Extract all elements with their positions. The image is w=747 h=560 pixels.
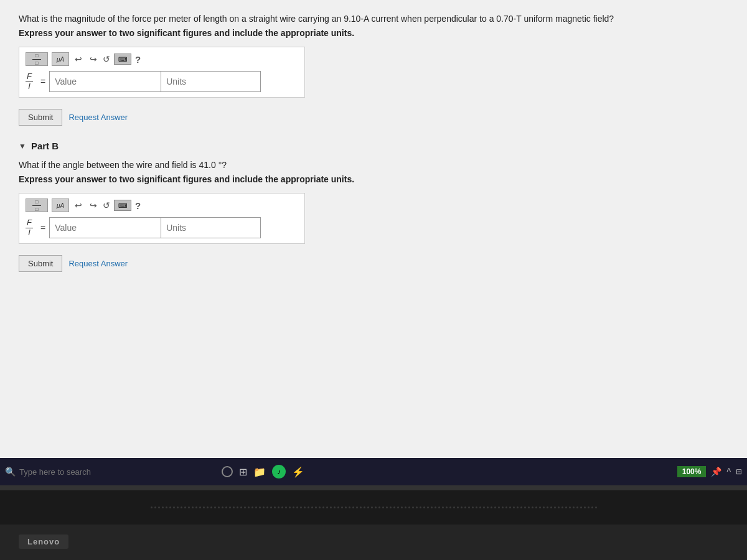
part-a-btn-row: Submit Request Answer <box>19 109 728 126</box>
laptop-bottom-bar <box>0 525 747 560</box>
speaker-area: (function() { const container = document… <box>0 490 747 525</box>
part-b-equals: = <box>40 223 45 233</box>
part-b-submit-button[interactable]: Submit <box>19 255 62 272</box>
search-bar: 🔍 <box>5 467 204 477</box>
start-button[interactable] <box>222 466 233 477</box>
laptop-bottom: (function() { const container = document… <box>0 485 747 560</box>
main-content: What is the magnitude of the force per m… <box>0 0 747 485</box>
undo-button[interactable]: ↩ <box>73 53 84 65</box>
zoom-percent-badge: 100% <box>677 466 707 477</box>
part-b-instruction: Express your answer to two significant f… <box>19 174 728 184</box>
part-b-question: What if the angle between the wire and f… <box>19 159 728 172</box>
part-b-answer-box: □ □ μA ↩ ↪ ↺ ⌨ ? F <box>19 193 305 244</box>
pin-icon[interactable]: 📌 <box>711 467 721 477</box>
part-a-submit-button[interactable]: Submit <box>19 109 62 126</box>
app-icon[interactable]: ⚡ <box>292 466 304 478</box>
part-b-label: Part B <box>31 141 59 151</box>
spotify-icon[interactable]: ♪ <box>272 465 286 478</box>
part-b-fraction-icon[interactable]: □ □ <box>26 198 48 212</box>
part-a-instruction: Express your answer to two significant f… <box>19 28 728 38</box>
redo-button[interactable]: ↪ <box>88 53 99 65</box>
taskview-icon[interactable]: ⊞ <box>239 466 247 478</box>
part-a-fraction-label: F l <box>26 72 33 91</box>
part-a-request-answer-link[interactable]: Request Answer <box>68 113 128 122</box>
part-b-undo-button[interactable]: ↩ <box>73 199 84 212</box>
chevron-up-icon[interactable]: ^ <box>726 467 731 477</box>
part-a-value-input[interactable] <box>49 71 161 92</box>
part-a-units-input[interactable] <box>161 71 261 92</box>
keyboard-button[interactable]: ⌨ <box>114 54 131 65</box>
part-b-section: ▼ Part B What if the angle between the w… <box>19 141 728 272</box>
search-icon: 🔍 <box>5 467 16 477</box>
part-b-value-input[interactable] <box>49 217 161 238</box>
part-b-keyboard-button[interactable]: ⌨ <box>114 200 131 211</box>
taskbar: 🔍 ⊞ 📁 ♪ ⚡ 100% 📌 ^ ⊟ <box>0 458 747 485</box>
ua-icon[interactable]: μA <box>52 52 69 66</box>
search-input[interactable] <box>19 467 144 477</box>
part-b-redo-button[interactable]: ↪ <box>88 199 99 212</box>
part-b-ua-icon[interactable]: μA <box>52 198 69 212</box>
part-b-toolbar: □ □ μA ↩ ↪ ↺ ⌨ ? <box>26 198 298 212</box>
part-b-btn-row: Submit Request Answer <box>19 255 728 272</box>
part-b-fraction-label: F l <box>26 218 33 237</box>
part-a-answer-box: □ □ μA ↩ ↪ ↺ ⌨ ? F <box>19 47 305 98</box>
part-b-header: ▼ Part B <box>19 141 728 151</box>
reset-button[interactable]: ↺ <box>103 54 110 64</box>
part-b-input-row: F l = <box>26 217 298 238</box>
part-b-request-answer-link[interactable]: Request Answer <box>68 259 128 268</box>
part-a-input-row: F l = <box>26 71 298 92</box>
part-a-equals: = <box>40 77 45 86</box>
file-manager-icon[interactable]: 📁 <box>253 466 266 478</box>
part-b-reset-button[interactable]: ↺ <box>103 200 110 210</box>
lenovo-logo: Lenovo <box>19 534 68 549</box>
fraction-icon[interactable]: □ □ <box>26 52 48 66</box>
part-a-toolbar: □ □ μA ↩ ↪ ↺ ⌨ ? <box>26 52 298 66</box>
taskbar-right: 100% 📌 ^ ⊟ <box>677 466 742 477</box>
help-button[interactable]: ? <box>135 54 141 65</box>
part-a-question: What is the magnitude of the force per m… <box>19 12 728 26</box>
network-icon[interactable]: ⊟ <box>736 467 742 476</box>
part-b-help-button[interactable]: ? <box>135 200 141 211</box>
taskbar-center: ⊞ 📁 ♪ ⚡ <box>222 465 304 478</box>
part-b-collapse-triangle[interactable]: ▼ <box>19 142 26 151</box>
laptop-bezel <box>0 485 747 490</box>
part-b-units-input[interactable] <box>161 217 261 238</box>
